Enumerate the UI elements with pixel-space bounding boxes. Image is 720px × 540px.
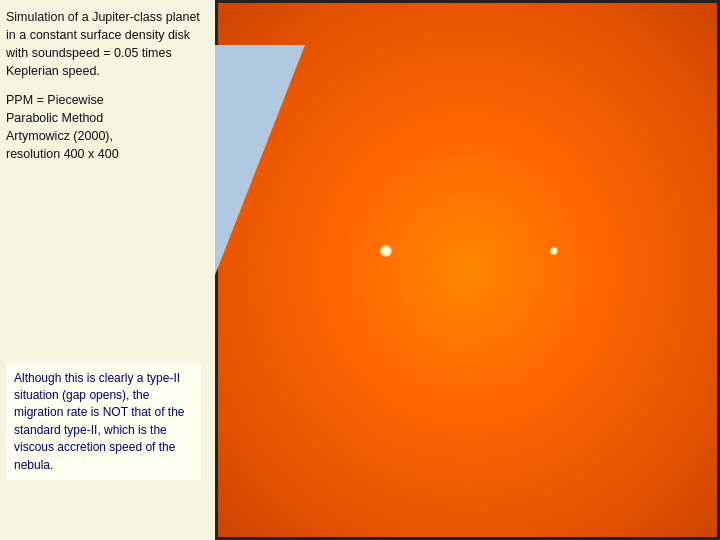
triangle-overlay: [215, 45, 305, 275]
desc-line2: Parabolic Method: [6, 109, 209, 127]
left-panel: Simulation of a Jupiter-class planet in …: [0, 0, 215, 540]
desc-line4: resolution 400 x 400: [6, 145, 209, 163]
planet-left-spot: [380, 245, 392, 257]
desc-line3: Artymowicz (2000),: [6, 127, 209, 145]
planet-right-spot: [550, 247, 558, 255]
page-container: Simulation of a Jupiter-class planet in …: [0, 0, 720, 540]
desc-line1: PPM = Piecewise: [6, 91, 209, 109]
header-text: Simulation of a Jupiter-class planet in …: [6, 8, 209, 81]
header-title: Simulation of a Jupiter-class planet in …: [6, 10, 200, 78]
note-text: Although this is clearly a type-II situa…: [14, 371, 185, 472]
note-box: Although this is clearly a type-II situa…: [6, 364, 201, 480]
desc-block: PPM = Piecewise Parabolic Method Artymow…: [6, 91, 209, 164]
